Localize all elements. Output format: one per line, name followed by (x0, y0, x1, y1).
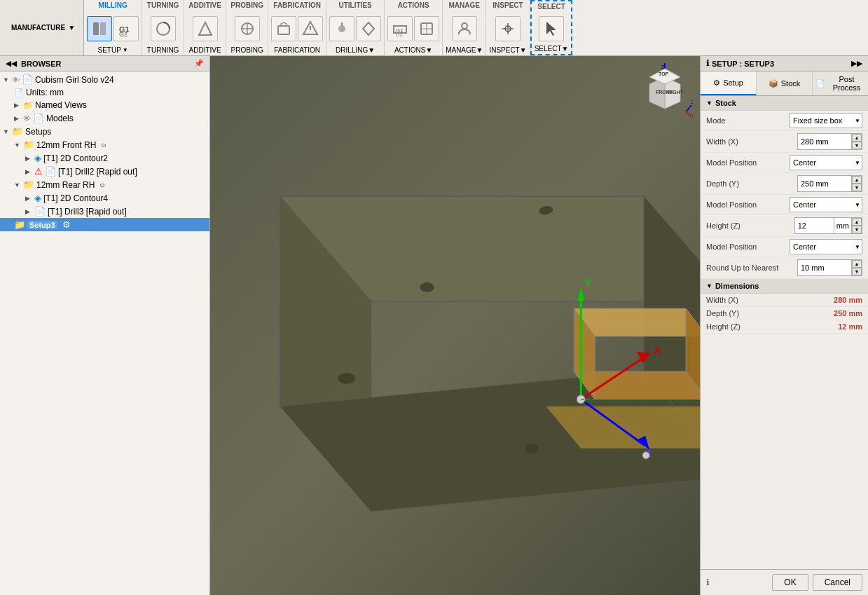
prop-model-pos-y: Model Position Center Top Bottom ▼ (701, 195, 868, 215)
round-up-input[interactable] (798, 260, 851, 275)
dim-height-z-value: 12 mm (838, 322, 862, 331)
model-pos-z-select[interactable]: Center Top Bottom (790, 239, 862, 254)
prop-round-up: Round Up to Nearest ▲ ▼ (701, 257, 868, 279)
tree-item-units: 📄 Units: mm (0, 86, 209, 99)
inspect-icons (495, 11, 521, 46)
multiaxis-icon[interactable] (356, 16, 381, 41)
tab-setup[interactable]: ⚙ Setup (701, 71, 757, 95)
depth-y-up[interactable]: ▲ (852, 176, 862, 184)
op2-error-icon: ⚠ (34, 166, 43, 177)
2d-icon[interactable]: G1G2 (113, 16, 139, 41)
model-pos-x-select[interactable]: Center Top Bottom (790, 155, 862, 170)
dim-width-x-label: Width (X) (706, 296, 834, 304)
tree-item-op3[interactable]: ▶ ◈ [T1] 2D Contour4 (0, 191, 209, 205)
fabrication-icon1[interactable] (271, 16, 296, 41)
tab-post-process[interactable]: 📄 Post Process (813, 71, 868, 95)
fabrication-icon2[interactable] (298, 16, 323, 41)
width-x-label: Width (X) (706, 137, 797, 146)
utilities-icons (329, 11, 381, 46)
turning-icon[interactable] (151, 16, 176, 41)
depth-y-down[interactable]: ▼ (852, 184, 862, 191)
prop-width-x: Width (X) ▲ ▼ (701, 131, 868, 153)
fabrication-bottom: FABRICATION (274, 46, 320, 54)
root-label: Cubism Girl Solo v24 (35, 75, 114, 85)
tree-item-op2[interactable]: ▶ ⚠ 📄 [T1] Drill2 [Rapid out] (0, 165, 209, 178)
height-z-down[interactable]: ▼ (852, 226, 862, 233)
op2-expand: ▶ (25, 168, 32, 175)
actions-icon1[interactable]: G1G2 (387, 16, 413, 41)
stock-section-header[interactable]: ▼ Stock (701, 96, 868, 111)
setup-tab-icon: ⚙ (713, 78, 720, 88)
post-tab-label: Post Process (828, 75, 865, 92)
depth-y-input-container: ▲ ▼ (797, 175, 862, 192)
fabrication-icons (271, 11, 323, 46)
tree-item-named-views[interactable]: ▶ 📁 Named Views (0, 99, 209, 111)
inspect-bottom: INSPECT▼ (489, 46, 526, 54)
width-x-up[interactable]: ▲ (852, 134, 862, 142)
root-doc-icon: 📄 (22, 74, 33, 85)
tree-item-op1[interactable]: ▶ ◈ [T1] 2D Contour2 (0, 151, 209, 165)
model-pos-x-select-container[interactable]: Center Top Bottom ▼ (790, 155, 862, 170)
model-pos-y-select[interactable]: Center Top Bottom (790, 197, 862, 212)
drilling-icon[interactable] (329, 16, 354, 41)
browser-pin[interactable]: 📌 (194, 59, 204, 68)
setup3-settings-icon: ⚙ (62, 219, 71, 230)
manufacture-button[interactable]: MANUFACTURE ▼ (0, 0, 84, 55)
mode-label: Mode (706, 116, 790, 125)
model-pos-y-value: Center Top Bottom ▼ (790, 197, 862, 212)
ok-button[interactable]: OK (772, 574, 808, 591)
svg-point-37 (525, 444, 539, 453)
tree-item-op4[interactable]: ▶ 📄 [T1] Drill3 [Rapid out] (0, 205, 209, 218)
tree-item-setup1[interactable]: ▼ 📁 12mm Front RH ○ (0, 138, 209, 151)
tree-item-setup3[interactable]: 📁 Setup3 ⚙ (0, 218, 209, 231)
op1-blue-icon: ◈ (34, 153, 41, 163)
prop-mode: Mode Fixed size box Relative size box Fr… (701, 111, 868, 131)
tree-item-setups[interactable]: ▼ 📁 Setups (0, 125, 209, 138)
depth-y-input[interactable] (798, 176, 851, 191)
mode-select[interactable]: Fixed size box Relative size box From so… (790, 113, 862, 128)
svg-text:G2: G2 (119, 31, 128, 37)
browser-collapse-arrow[interactable]: ◀◀ (6, 60, 17, 67)
panel-expand-icon[interactable]: ▶▶ (851, 59, 862, 68)
dim-width-x: Width (X) 280 mm (701, 294, 868, 307)
view-cube[interactable]: Z FRONT RIGHT TOP Z X (637, 63, 693, 119)
height-z-input[interactable] (795, 218, 834, 233)
manage-icon[interactable] (452, 16, 477, 41)
additive-icon[interactable] (193, 16, 218, 41)
setups-expand: ▼ (3, 128, 10, 135)
units-doc-icon: 📄 (14, 88, 24, 97)
utilities-bottom: DRILLING▼ (336, 46, 375, 54)
cancel-button[interactable]: Cancel (813, 574, 862, 591)
model-pos-z-select-container[interactable]: Center Top Bottom ▼ (790, 239, 862, 254)
named-views-folder-icon: 📁 (23, 101, 33, 110)
width-x-input[interactable] (798, 134, 851, 149)
viewport[interactable]: Y X Z Z (210, 56, 700, 595)
actions-icon2[interactable] (414, 16, 439, 41)
tree-item-root[interactable]: ▼ 👁 📄 Cubism Girl Solo v24 (0, 73, 209, 86)
mode-select-container[interactable]: Fixed size box Relative size box From so… (790, 113, 862, 128)
height-z-up[interactable]: ▲ (852, 218, 862, 226)
depth-y-label: Depth (Y) (706, 179, 797, 188)
probing-icon[interactable] (235, 16, 260, 41)
tree-item-models[interactable]: ▶ 👁 📄 Models (0, 111, 209, 125)
width-x-down[interactable]: ▼ (852, 142, 862, 149)
svg-line-58 (686, 105, 691, 112)
inspect-icon[interactable] (495, 16, 521, 41)
tree-item-setup2[interactable]: ▼ 📁 12mm Rear RH ○ (0, 178, 209, 191)
setup3-badge: Setup3 (27, 221, 57, 229)
width-x-spinner: ▲ ▼ (851, 134, 862, 149)
setup2-expand: ▼ (14, 182, 21, 189)
svg-point-48 (642, 452, 649, 459)
round-up-up[interactable]: ▲ (852, 260, 862, 268)
round-up-down[interactable]: ▼ (852, 268, 862, 275)
model-pos-y-select-container[interactable]: Center Top Bottom ▼ (790, 197, 862, 212)
select-icon[interactable] (539, 16, 564, 41)
model-pos-z-label: Model Position (706, 242, 790, 251)
setup-icon[interactable] (87, 16, 112, 41)
svg-text:TOP: TOP (659, 71, 669, 76)
height-z-value: mm ▲ ▼ (794, 217, 862, 234)
round-up-spinner: ▲ ▼ (851, 260, 862, 275)
tab-stock[interactable]: 📦 Stock (757, 71, 813, 95)
dimensions-section-header[interactable]: ▼ Dimensions (701, 279, 868, 294)
additive-bottom: ADDITIVE (189, 46, 221, 54)
